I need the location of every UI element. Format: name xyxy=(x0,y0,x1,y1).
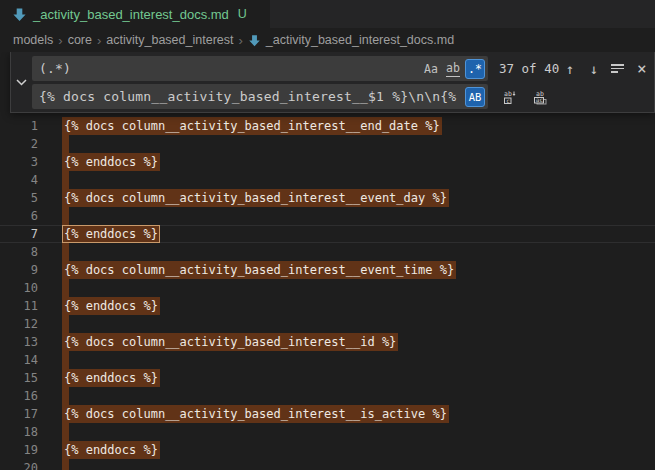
code-text xyxy=(62,135,69,153)
line-number[interactable]: 14 xyxy=(0,351,38,369)
line-number[interactable]: 5 xyxy=(0,189,38,207)
code-line[interactable]: 13{% docs column__activity_based_interes… xyxy=(0,333,655,351)
code-line[interactable]: 5{% docs column__activity_based_interest… xyxy=(0,189,655,207)
find-query-text: (.*) xyxy=(39,61,419,76)
git-status-badge: U xyxy=(238,7,247,21)
line-number[interactable]: 2 xyxy=(0,135,38,153)
code-text xyxy=(62,315,69,333)
find-match-highlight xyxy=(62,387,69,405)
line-number[interactable]: 17 xyxy=(0,405,38,423)
code-text: {% enddocs %} xyxy=(62,225,160,243)
line-number[interactable]: 3 xyxy=(0,153,38,171)
line-number[interactable]: 11 xyxy=(0,297,38,315)
find-row: (.*) Aa ab .* 37 of 40 ↑ ↓ × xyxy=(32,56,655,81)
line-number[interactable]: 1 xyxy=(0,117,38,135)
line-number[interactable]: 10 xyxy=(0,279,38,297)
arrow-down-icon: ↓ xyxy=(590,61,598,77)
replace-input[interactable]: {% docs column__activity_based_interest_… xyxy=(32,84,488,109)
code-line[interactable]: 15{% enddocs %} xyxy=(0,369,655,387)
line-number[interactable]: 15 xyxy=(0,369,38,387)
code-line[interactable]: 6 xyxy=(0,207,655,225)
find-in-selection-button[interactable] xyxy=(607,58,628,79)
find-match-highlight: {% enddocs %} xyxy=(62,369,160,387)
breadcrumb-item[interactable]: models xyxy=(13,33,53,47)
line-number[interactable]: 16 xyxy=(0,387,38,405)
line-number[interactable]: 12 xyxy=(0,315,38,333)
find-match-highlight xyxy=(62,243,69,261)
code-line[interactable]: 8 xyxy=(0,243,655,261)
find-widget: (.*) Aa ab .* 37 of 40 ↑ ↓ × xyxy=(10,52,655,113)
code-line[interactable]: 14 xyxy=(0,351,655,369)
line-number[interactable]: 18 xyxy=(0,423,38,441)
close-find-button[interactable]: × xyxy=(631,58,652,79)
code-line[interactable]: 16 xyxy=(0,387,655,405)
code-line[interactable]: 20 xyxy=(0,459,655,470)
breadcrumb-item[interactable]: activity_based_interest xyxy=(106,33,233,47)
whole-word-label: ab xyxy=(446,61,460,77)
svg-text:ac: ac xyxy=(535,96,543,103)
code-line[interactable]: 19{% enddocs %} xyxy=(0,441,655,459)
code-line[interactable]: 7{% enddocs %} xyxy=(0,225,655,243)
code-line[interactable]: 9{% docs column__activity_based_interest… xyxy=(0,261,655,279)
line-number[interactable]: 20 xyxy=(0,459,38,470)
find-match-highlight xyxy=(62,351,69,369)
code-line[interactable]: 11{% enddocs %} xyxy=(0,297,655,315)
find-match-highlight: {% docs column__activity_based_interest_… xyxy=(62,333,398,351)
chevron-right-icon: › xyxy=(92,33,106,48)
code-text: {% docs column__activity_based_interest_… xyxy=(62,117,442,135)
breadcrumb-item-file[interactable]: _activity_based_interest_docs.md xyxy=(248,33,454,47)
find-match-highlight: {% docs column__activity_based_interest_… xyxy=(62,117,442,135)
find-nav-buttons: ↑ ↓ × xyxy=(559,58,655,79)
match-count: 37 of 40 xyxy=(499,61,559,76)
code-text: {% enddocs %} xyxy=(62,297,160,315)
code-text xyxy=(62,423,69,441)
find-match-highlight xyxy=(62,423,69,441)
whole-word-toggle[interactable]: ab xyxy=(443,59,463,79)
find-match-highlight xyxy=(62,459,69,470)
line-number[interactable]: 8 xyxy=(0,243,38,261)
line-number[interactable]: 13 xyxy=(0,333,38,351)
match-case-toggle[interactable]: Aa xyxy=(421,59,441,79)
code-text xyxy=(62,171,69,189)
find-match-highlight: {% enddocs %} xyxy=(62,297,160,315)
line-number[interactable]: 19 xyxy=(0,441,38,459)
line-number[interactable]: 9 xyxy=(0,261,38,279)
find-widget-main: (.*) Aa ab .* 37 of 40 ↑ ↓ × xyxy=(32,52,655,112)
chevron-right-icon: › xyxy=(53,33,67,48)
replace-row: {% docs column__activity_based_interest_… xyxy=(32,84,655,109)
tab-active-file[interactable]: _activity_based_interest_docs.md U xyxy=(0,0,270,28)
code-line[interactable]: 18 xyxy=(0,423,655,441)
find-input[interactable]: (.*) Aa ab .* xyxy=(32,56,488,81)
code-text xyxy=(62,207,69,225)
breadcrumb-filename: _activity_based_interest_docs.md xyxy=(266,33,454,47)
replace-all-icon: ab ac xyxy=(532,89,548,105)
next-match-button[interactable]: ↓ xyxy=(583,58,604,79)
code-line[interactable]: 2 xyxy=(0,135,655,153)
tab-bar: _activity_based_interest_docs.md U xyxy=(0,0,655,28)
toggle-replace-button[interactable] xyxy=(11,52,32,112)
replace-button[interactable]: ab c xyxy=(499,86,520,107)
breadcrumb: models›core›activity_based_interest›_act… xyxy=(0,28,655,52)
replace-all-button[interactable]: ab ac xyxy=(529,86,550,107)
code-line[interactable]: 3{% enddocs %} xyxy=(0,153,655,171)
code-line[interactable]: 17{% docs column__activity_based_interes… xyxy=(0,405,655,423)
code-line[interactable]: 1{% docs column__activity_based_interest… xyxy=(0,117,655,135)
find-match-highlight: {% docs column__activity_based_interest_… xyxy=(62,189,449,207)
line-number[interactable]: 7 xyxy=(0,225,38,243)
code-line[interactable]: 10 xyxy=(0,279,655,297)
code-line[interactable]: 12 xyxy=(0,315,655,333)
previous-match-button[interactable]: ↑ xyxy=(559,58,580,79)
find-match-highlight xyxy=(62,279,69,297)
editor-pane[interactable]: 1{% docs column__activity_based_interest… xyxy=(0,52,655,470)
code-text xyxy=(62,279,69,297)
code-line[interactable]: 4 xyxy=(0,171,655,189)
line-number[interactable]: 6 xyxy=(0,207,38,225)
find-match-highlight xyxy=(62,135,69,153)
code-lines: 1{% docs column__activity_based_interest… xyxy=(0,52,655,470)
line-number[interactable]: 4 xyxy=(0,171,38,189)
breadcrumb-item[interactable]: core xyxy=(68,33,92,47)
regex-toggle[interactable]: .* xyxy=(465,59,485,79)
preserve-case-toggle[interactable]: AB xyxy=(465,87,485,107)
replace-icon: ab c xyxy=(502,89,518,105)
code-text: {% enddocs %} xyxy=(62,369,160,387)
